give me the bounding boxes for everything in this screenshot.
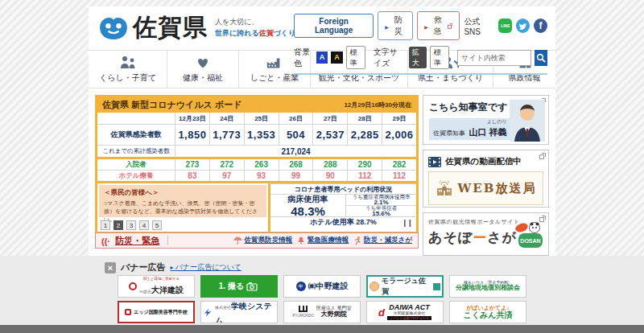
font-standard-button[interactable]: 標準 bbox=[430, 46, 449, 69]
pause-icon[interactable] bbox=[402, 219, 412, 227]
infections-row-label: 佐賀県感染者数 bbox=[97, 125, 175, 145]
hospitalization-table: 入院者 273 272 263 268 288 290 282 ホテル療養 83… bbox=[97, 159, 416, 181]
video-banner-header: 佐賀県の動画配信中 bbox=[428, 156, 543, 167]
broadcast-building-icon bbox=[436, 180, 453, 196]
nav-label: くらし・子育て bbox=[99, 72, 156, 84]
infection-value: 2,006 bbox=[382, 125, 416, 145]
page-dot-3[interactable]: 3 bbox=[126, 220, 136, 230]
bg-black-button[interactable]: A bbox=[331, 51, 343, 64]
infection-value: 2,537 bbox=[313, 125, 347, 145]
cumulative-label: これまでの累計感染者数 bbox=[97, 146, 175, 157]
site-logo[interactable]: 佐賀県 人を大切に、 世界に誇れる佐賀づくり bbox=[98, 11, 295, 44]
inpatients-label: 入院者 bbox=[97, 159, 175, 170]
tourism-banner[interactable]: 佐賀県の観光情報ポータルサイト あそぼーさが DOSAN bbox=[423, 212, 549, 256]
ad-sekisui-house[interactable]: 積水ハウス〈完全予約制〉 分譲地現地個別相談会 bbox=[449, 275, 526, 298]
emergency-title-link[interactable]: 防災・緊急 bbox=[115, 235, 159, 247]
web-broadcast-banner: WEB放送局 bbox=[428, 171, 543, 205]
tagline-line2: 世界に誇れる佐賀づくり bbox=[215, 28, 295, 39]
inpatients-value: 263 bbox=[245, 159, 279, 170]
sns-label: 公式SNS bbox=[464, 16, 494, 36]
content-column: 佐賀県 人を大切に、 世界に誇れる佐賀づくり Foreign Language … bbox=[89, 6, 555, 256]
site-search-input[interactable] bbox=[457, 50, 531, 66]
governor-name: 山口 祥義 bbox=[469, 127, 506, 137]
bg-standard-button[interactable]: 標準 bbox=[346, 46, 365, 69]
gensai-saga-link[interactable]: 防災・減災さが bbox=[353, 236, 412, 245]
moraju-mascot-icon bbox=[369, 282, 379, 291]
taiyo-logo-icon bbox=[129, 282, 137, 290]
external-link-icon bbox=[539, 153, 546, 159]
covid-board: 佐賀県 新型コロナウイルス ボード 12月29日16時30分現在 12月23日 … bbox=[95, 95, 419, 234]
hotel-usage-cell: ホテル使用率 28.7% bbox=[270, 217, 416, 228]
nav-item-kurashi[interactable]: くらし・子育て bbox=[89, 51, 167, 88]
banner-ads-label: バナー広告 bbox=[121, 261, 166, 273]
accessibility-row: 背景色 A A 標準 文字サイズ 拡大 標準 bbox=[294, 46, 547, 75]
daily-infections-table: 12月23日 24日 25日 26日 27日 28日 29日 佐賀県感染者数 1… bbox=[97, 113, 416, 157]
ad-nakano-text: ㈱中野建設 bbox=[308, 281, 349, 292]
font-large-button[interactable]: 拡大 bbox=[409, 47, 427, 68]
nav-item-kenko[interactable]: 健康・福祉 bbox=[167, 51, 239, 88]
bosai-info-link[interactable]: 佐賀県防災情報 bbox=[233, 236, 293, 245]
saga-logo-icon bbox=[98, 16, 129, 40]
date-header: 25日 bbox=[245, 113, 279, 124]
ad-nakano-kensetsu[interactable]: 中 ㈱中野建設 bbox=[283, 275, 361, 298]
ad-taiyo-kensetsu[interactable]: 国土と環境に貢献する ㈱総合大洋建設 bbox=[118, 275, 195, 298]
page-dot-2[interactable]: 2 bbox=[114, 220, 123, 230]
table-corner bbox=[97, 113, 175, 124]
ad-moraju-saga[interactable]: モラージュ佐賀 bbox=[366, 275, 444, 298]
twitter-icon[interactable] bbox=[516, 18, 530, 33]
date-header: 24日 bbox=[210, 113, 244, 124]
hotel-care-value: 97 bbox=[210, 171, 244, 181]
ad-kokumin-kyosai[interactable]: がばいよかてよ♪ こくみん共済 bbox=[449, 301, 526, 323]
ad-gakuei-system[interactable]: 株式会社学映システム bbox=[200, 301, 278, 323]
page-dot-1[interactable]: 1 bbox=[101, 220, 110, 230]
banner-ads-header: バナー広告 バナー広告について bbox=[105, 261, 242, 273]
edge-logo-icon bbox=[125, 309, 131, 315]
bed-rate-cell: 病床使用率 48.3% bbox=[270, 195, 346, 217]
governor-role: 佐賀県知事 bbox=[433, 130, 465, 137]
governor-furigana: よしのり bbox=[433, 119, 507, 124]
foreign-language-button[interactable]: Foreign Language bbox=[294, 14, 374, 38]
site-tagline: 人を大切に、 世界に誇れる佐賀づくり bbox=[215, 17, 295, 39]
governor-banner[interactable]: こちら知事室です よしのり 佐賀県知事 山口 祥義 bbox=[423, 95, 549, 145]
page-dot-4[interactable]: 4 bbox=[139, 220, 149, 230]
search-button[interactable] bbox=[535, 50, 547, 66]
medical-info-link[interactable]: 緊急医療情報 bbox=[297, 236, 349, 245]
ad-daiwa-act[interactable]: d DAIWA ACT 大和産業株式会社 イベント企画プロデュース bbox=[366, 301, 444, 323]
carousel-pagination: 1 2 3 4 5 bbox=[97, 219, 268, 232]
ad-edge-school[interactable]: エッジ国際美容専門学校 bbox=[118, 301, 195, 323]
about-banner-ads-link[interactable]: バナー広告について bbox=[171, 262, 242, 273]
nav-label: しごと・産業 bbox=[250, 72, 299, 84]
header-tools: Foreign Language 防災 救急 公式SNS LINE f 背景色 … bbox=[294, 11, 547, 75]
search-icon bbox=[536, 53, 546, 63]
ads-row-1: 国土と環境に貢献する ㈱総合大洋建設 1. 撮る 中 ㈱中野建設 モラージュ佐賀… bbox=[118, 275, 526, 298]
banner-ads-section: バナー広告 バナー広告について 国土と環境に貢献する ㈱総合大洋建設 1. 撮る… bbox=[0, 256, 644, 325]
bell-icon bbox=[297, 236, 305, 245]
site-title: 佐賀県 bbox=[133, 11, 208, 44]
siren-icon bbox=[101, 233, 110, 248]
date-header: 26日 bbox=[279, 113, 313, 124]
hotel-care-value: 112 bbox=[348, 171, 382, 181]
covid-board-asof: 12月29日16時30分現在 bbox=[344, 101, 411, 109]
hotel-care-value: 90 bbox=[313, 171, 347, 181]
line-icon[interactable]: LINE bbox=[498, 18, 512, 33]
citizen-notice: ＜県民の皆様へ＞ ○マスク着用、こまめな手洗い、換気、密（密閉・密集・密接）を避… bbox=[99, 185, 266, 217]
moraju-mark-icon bbox=[433, 283, 440, 290]
page-dot-5[interactable]: 5 bbox=[152, 220, 162, 230]
ad-ryumondo-hospital[interactable]: RYUMONDO 医療法人 竜門堂 大野病院 bbox=[283, 301, 361, 323]
family-icon bbox=[118, 56, 138, 70]
ad-edge-text: エッジ国際美容専門学校 bbox=[134, 309, 187, 316]
kyukyu-button[interactable]: 救急 bbox=[417, 11, 460, 40]
bg-blue-button[interactable]: A bbox=[316, 51, 328, 64]
hotel-usage-line: ホテル使用率 28.7% bbox=[310, 217, 377, 228]
dosan-mascot: DOSAN bbox=[512, 221, 546, 250]
infection-value: 1,353 bbox=[245, 125, 279, 145]
video-banner[interactable]: 佐賀県の動画配信中 WEB放送局 bbox=[423, 150, 549, 208]
ad-x-icon bbox=[105, 262, 116, 273]
bosai-button[interactable]: 防災 bbox=[378, 11, 413, 40]
date-header: 27日 bbox=[313, 113, 347, 124]
dosan-badge-text: DOSAN bbox=[520, 238, 540, 244]
facebook-icon[interactable]: f bbox=[534, 18, 547, 33]
inpatients-value: 268 bbox=[279, 159, 313, 170]
ad-toru[interactable]: 1. 撮る bbox=[200, 275, 278, 298]
triangle-icon bbox=[385, 22, 389, 31]
